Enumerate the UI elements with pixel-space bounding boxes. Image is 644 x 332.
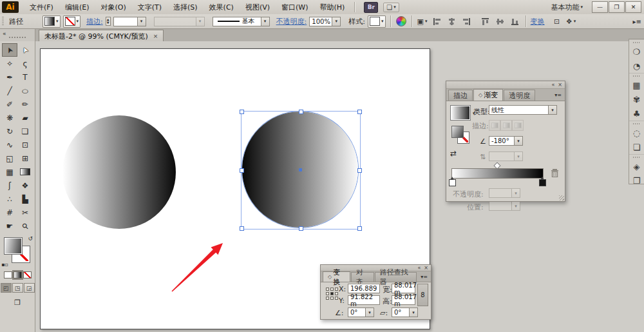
isolate-object-button[interactable]: ⊡ bbox=[551, 15, 563, 27]
gradient-tool[interactable] bbox=[17, 165, 33, 179]
gripper[interactable] bbox=[629, 73, 644, 78]
ref-point[interactable] bbox=[326, 292, 329, 295]
selection-tool[interactable]: ➤ bbox=[2, 43, 17, 57]
gradient-circle-left[interactable] bbox=[62, 115, 176, 229]
direct-selection-tool[interactable]: ➤ bbox=[17, 43, 33, 57]
close-document-icon[interactable]: × bbox=[153, 33, 158, 39]
gradient-stop-black[interactable] bbox=[539, 179, 546, 186]
shape-builder-tool[interactable]: ◱ bbox=[2, 151, 17, 165]
height-input[interactable]: 88.017 m bbox=[392, 295, 415, 305]
gripper[interactable] bbox=[629, 39, 644, 44]
tab-align[interactable]: 对齐 bbox=[351, 272, 374, 282]
draw-behind-button[interactable]: ◳ bbox=[12, 283, 23, 293]
ref-point[interactable] bbox=[330, 297, 334, 300]
selection-handle-w[interactable] bbox=[240, 168, 244, 173]
selection-handle-n[interactable] bbox=[299, 110, 303, 114]
ellipse-tool[interactable]: ○ bbox=[17, 84, 33, 97]
graphic-styles-panel-icon[interactable]: ❏ bbox=[629, 140, 644, 154]
stroke-weight-dropdown[interactable]: ▾ bbox=[113, 17, 146, 26]
free-transform-tool[interactable]: ⊡ bbox=[17, 138, 33, 151]
zoom-tool[interactable]: ⚲ bbox=[17, 219, 33, 233]
pen-tool[interactable]: ✒ bbox=[2, 70, 17, 84]
arrange-documents-button[interactable]: ❏ ▾ bbox=[383, 3, 399, 12]
color-fill-button[interactable] bbox=[4, 271, 12, 278]
fill-color-dropdown[interactable]: ▾ bbox=[43, 15, 61, 28]
menu-file[interactable]: 文件(F) bbox=[24, 0, 59, 14]
y-input[interactable]: 91.822 m bbox=[348, 295, 380, 305]
tab-stroke[interactable]: 描边 bbox=[448, 90, 473, 101]
blend-tool[interactable]: ❖ bbox=[17, 179, 33, 192]
none-fill-button[interactable] bbox=[23, 271, 32, 278]
gradient-fill-button[interactable] bbox=[14, 271, 22, 278]
close-panel-icon[interactable]: × bbox=[558, 82, 562, 88]
rotate-angle-dropdown[interactable]: 0° ▾ bbox=[348, 308, 374, 317]
gripper[interactable] bbox=[2, 17, 4, 26]
fill-proxy-swatch[interactable] bbox=[4, 237, 23, 255]
perspective-grid-tool[interactable]: ⊞ bbox=[17, 151, 33, 165]
opacity-dropdown[interactable]: 100% ▾ bbox=[309, 17, 341, 26]
default-fill-stroke-icon[interactable]: ▪▫ bbox=[1, 262, 8, 268]
appearance-panel-icon[interactable]: ◌ bbox=[629, 126, 644, 140]
bridge-button[interactable]: Br bbox=[364, 2, 378, 13]
workspace-switcher[interactable]: 基本功能 ▾ bbox=[551, 3, 583, 12]
tab-pathfinder[interactable]: 路径查找器 bbox=[375, 272, 417, 282]
gradient-stop-white[interactable] bbox=[449, 179, 456, 186]
ref-point[interactable] bbox=[326, 297, 329, 300]
collapse-panel-icon[interactable]: « bbox=[551, 82, 554, 88]
opacity-link[interactable]: 不透明度: bbox=[276, 17, 307, 26]
mesh-tool[interactable]: ▦ bbox=[2, 165, 17, 179]
close-panel-icon[interactable]: × bbox=[424, 265, 428, 271]
tab-transparency[interactable]: 透明度 bbox=[504, 90, 535, 101]
restore-button[interactable]: ❐ bbox=[609, 1, 625, 13]
slice-tool[interactable]: ✂ bbox=[17, 206, 33, 219]
scale-tool[interactable]: ❏ bbox=[17, 124, 33, 138]
menu-edit[interactable]: 编辑(E) bbox=[59, 0, 95, 14]
ref-point[interactable] bbox=[326, 288, 329, 291]
menu-object[interactable]: 对象(O) bbox=[95, 0, 131, 14]
line-segment-tool[interactable]: ╱ bbox=[2, 84, 17, 97]
select-similar-dropdown[interactable]: ❖ ▾ bbox=[565, 15, 577, 27]
swatches-panel-icon[interactable]: ▦ bbox=[629, 78, 644, 92]
align-bottom-button[interactable] bbox=[509, 15, 521, 27]
selection-bounding-box[interactable] bbox=[241, 111, 361, 229]
swap-fill-stroke-icon[interactable]: ↺ bbox=[28, 235, 33, 242]
artboard-tool[interactable]: # bbox=[2, 206, 17, 219]
shear-angle-value[interactable]: 0° bbox=[392, 308, 410, 317]
column-graph-tool[interactable]: ▙ bbox=[17, 192, 33, 206]
selection-handle-sw[interactable] bbox=[240, 226, 244, 231]
selection-handle-s[interactable] bbox=[299, 226, 303, 231]
width-tool[interactable]: ∿ bbox=[2, 138, 17, 151]
gripper[interactable] bbox=[629, 154, 644, 159]
gradient-preview-swatch[interactable] bbox=[450, 105, 471, 121]
collapse-toolbar-icon[interactable]: « bbox=[3, 30, 6, 37]
rotate-angle-value[interactable]: 0° bbox=[348, 308, 366, 317]
type-tool[interactable]: T bbox=[17, 70, 33, 84]
symbol-sprayer-tool[interactable]: ∴ bbox=[2, 192, 17, 206]
pencil-tool[interactable]: ✏ bbox=[17, 97, 33, 111]
shear-angle-dropdown[interactable]: 0° ▾ bbox=[392, 308, 418, 317]
artboards-panel-icon[interactable]: ❐ bbox=[629, 173, 644, 188]
gripper[interactable] bbox=[629, 121, 644, 126]
delete-stop-trash-icon[interactable] bbox=[551, 168, 559, 177]
constrain-proportions-button[interactable]: 8 bbox=[417, 284, 428, 306]
align-to-dropdown[interactable]: ▣ ▾ bbox=[417, 15, 428, 27]
gradient-angle-value[interactable]: -180° bbox=[489, 136, 515, 146]
gripper[interactable] bbox=[9, 37, 26, 38]
document-tab[interactable]: 未标题-2* @ 99% (CMYK/预览) × bbox=[39, 30, 164, 42]
brushes-panel-icon[interactable]: ✾ bbox=[629, 92, 644, 106]
panel-menu-icon[interactable]: ▾≡ bbox=[551, 92, 565, 98]
color-guide-panel-icon[interactable]: ◔ bbox=[629, 59, 644, 73]
menu-help[interactable]: 帮助(H) bbox=[314, 0, 350, 14]
panel-resize-grip[interactable] bbox=[559, 195, 564, 200]
ref-point-selected[interactable] bbox=[330, 292, 334, 295]
brush-definition-dropdown[interactable]: 基本 ▾ bbox=[213, 17, 270, 26]
align-vertical-center-button[interactable] bbox=[494, 15, 506, 27]
align-right-button[interactable] bbox=[460, 15, 473, 27]
paintbrush-tool[interactable]: ✐ bbox=[2, 97, 17, 111]
hand-tool[interactable]: ☛ bbox=[2, 219, 17, 233]
gradient-ramp[interactable] bbox=[451, 168, 544, 179]
ref-point[interactable] bbox=[335, 288, 338, 291]
panel-menu-icon[interactable]: ▾≡ bbox=[417, 274, 431, 280]
recolor-artwork-button[interactable] bbox=[395, 15, 407, 27]
minimize-button[interactable]: — bbox=[592, 1, 608, 13]
